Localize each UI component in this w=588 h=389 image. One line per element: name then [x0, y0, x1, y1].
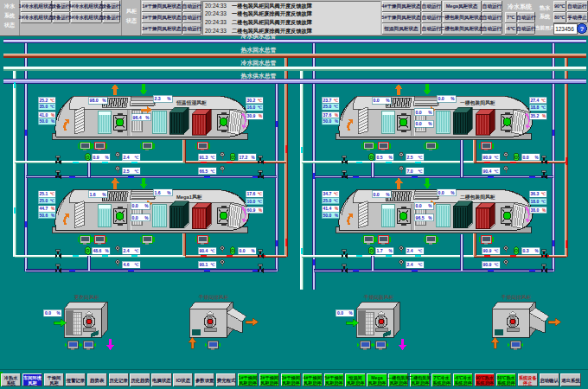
- svg-text:状态: 状态: [3, 22, 15, 29]
- svg-text:℃: ℃: [210, 169, 214, 174]
- svg-text:66.5: 66.5: [200, 169, 208, 174]
- svg-text:%: %: [335, 207, 338, 211]
- svg-text:%: %: [51, 113, 54, 118]
- svg-text:25.1: 25.1: [40, 191, 48, 196]
- svg-text:%: %: [542, 208, 546, 213]
- svg-text:4#干燥间风柜状态: 4#干燥间风柜状态: [381, 3, 421, 10]
- svg-text:系统启停: 系统启停: [475, 380, 494, 386]
- svg-text:自动运行: 自动运行: [422, 26, 442, 32]
- svg-text:50.0: 50.0: [40, 118, 48, 124]
- svg-text:℃: ℃: [258, 192, 262, 196]
- svg-text:℃: ℃: [334, 192, 338, 196]
- svg-text:35.0: 35.0: [40, 104, 48, 109]
- svg-text:%: %: [105, 249, 108, 253]
- svg-text:17.6: 17.6: [247, 191, 256, 196]
- svg-text:2#冷水机组状态: 2#冷水机组状态: [19, 15, 54, 21]
- svg-text:O: O: [231, 155, 234, 160]
- svg-text:℃: ℃: [418, 263, 422, 267]
- svg-text:0.0: 0.0: [337, 310, 343, 316]
- svg-text:℃: ℃: [541, 105, 546, 110]
- svg-text:36.3: 36.3: [531, 191, 540, 196]
- svg-text:123456: 123456: [555, 26, 574, 32]
- svg-text:O: O: [86, 155, 90, 160]
- svg-text:恒温间风柜状态: 恒温间风柜状态: [383, 26, 419, 32]
- svg-text:冷水: 冷水: [4, 3, 16, 10]
- svg-text:25.2: 25.2: [40, 98, 48, 103]
- svg-text:%: %: [348, 311, 352, 316]
- svg-text:%: %: [167, 191, 171, 195]
- svg-text:℃: ℃: [494, 156, 498, 160]
- svg-text:二楼包装间风柜: 二楼包装间风柜: [459, 194, 495, 201]
- svg-text:90.1: 90.1: [200, 262, 208, 267]
- svg-text:一楼包装间风柜状态: 一楼包装间风柜状态: [440, 15, 484, 21]
- svg-text:冷水回水总管: 冷水回水总管: [241, 60, 277, 67]
- svg-text:90℃: 90℃: [554, 3, 565, 9]
- svg-text:IO状态: IO状态: [176, 378, 191, 384]
- svg-text:7.0: 7.0: [407, 169, 413, 174]
- svg-text:Mega风柜状态: Mega风柜状态: [446, 3, 478, 10]
- svg-text:系统启停: 系统启停: [496, 380, 515, 386]
- svg-text:电脑状态: 电脑状态: [152, 378, 171, 384]
- svg-text:℃: ℃: [210, 263, 214, 267]
- svg-text:℃: ℃: [418, 249, 422, 253]
- svg-text:二楼包装间风柜状态: 二楼包装间风柜状态: [440, 26, 484, 32]
- svg-text:0.0: 0.0: [132, 203, 138, 208]
- svg-text:1#干燥间风柜状态: 1#干燥间风柜状态: [142, 3, 182, 10]
- svg-text:风柜启停: 风柜启停: [260, 380, 278, 386]
- svg-text:风柜启停: 风柜启停: [282, 380, 300, 386]
- svg-text:34.7: 34.7: [323, 191, 332, 196]
- svg-text:44.7: 44.7: [40, 206, 48, 211]
- svg-text:2.4: 2.4: [407, 262, 413, 267]
- svg-text:-6℃: -6℃: [506, 26, 515, 31]
- svg-text:1.6: 1.6: [155, 190, 161, 195]
- svg-text:冷水供水总管: 冷水供水总管: [241, 33, 277, 40]
- svg-text:60.9: 60.9: [247, 207, 256, 213]
- svg-text:系统: 系统: [5, 380, 16, 386]
- svg-text:自动运行: 自动运行: [483, 26, 502, 32]
- svg-text:状态: 状态: [125, 17, 137, 24]
- svg-text:手动停止: 手动停止: [566, 15, 587, 21]
- svg-text:38.0: 38.0: [531, 207, 540, 213]
- svg-text:自动运行: 自动运行: [422, 3, 442, 10]
- svg-text:23.7: 23.7: [323, 98, 332, 103]
- svg-text:自动运行: 自动运行: [422, 15, 442, 21]
- svg-text:℃: ℃: [334, 105, 338, 109]
- svg-text:%: %: [335, 113, 338, 118]
- svg-text:O: O: [514, 248, 518, 253]
- svg-text:风柜: 风柜: [49, 380, 59, 386]
- svg-text:%: %: [259, 208, 262, 213]
- svg-text:设备运行: 设备运行: [101, 15, 121, 21]
- svg-text:17.2: 17.2: [240, 155, 248, 160]
- svg-text:18.0: 18.0: [531, 199, 540, 204]
- svg-text:自动运行: 自动运行: [483, 15, 502, 21]
- svg-text:%: %: [534, 249, 538, 253]
- svg-text:℃: ℃: [258, 99, 262, 103]
- svg-text:%: %: [428, 111, 432, 115]
- svg-text:O: O: [86, 248, 90, 253]
- svg-text:20:24:33: 20:24:33: [205, 10, 227, 16]
- svg-text:2.4: 2.4: [124, 248, 130, 253]
- svg-text:%: %: [102, 193, 106, 197]
- svg-text:0.0: 0.0: [374, 192, 380, 197]
- svg-text:80℃: 80℃: [554, 15, 565, 20]
- svg-text:℃: ℃: [210, 156, 214, 160]
- svg-text:16.0: 16.0: [247, 105, 256, 110]
- svg-text:系统: 系统: [3, 12, 16, 19]
- svg-text:报警记录: 报警记录: [66, 378, 86, 384]
- svg-text:%: %: [542, 114, 546, 118]
- svg-text:0.0: 0.0: [438, 190, 444, 195]
- svg-text:%: %: [51, 119, 54, 124]
- svg-text:℃: ℃: [50, 105, 54, 109]
- svg-text:%: %: [251, 156, 254, 160]
- svg-text:50.0: 50.0: [323, 213, 332, 218]
- svg-text:2.3: 2.3: [155, 96, 161, 101]
- svg-text:%: %: [534, 156, 538, 160]
- svg-text:27.4: 27.4: [531, 98, 540, 103]
- svg-text:%: %: [451, 97, 455, 101]
- svg-text:系统: 系统: [539, 13, 551, 20]
- svg-text:25.0: 25.0: [323, 198, 332, 203]
- svg-text:90.9: 90.9: [483, 155, 492, 160]
- svg-text:设备运行: 设备运行: [101, 3, 121, 10]
- svg-text:二楼包装风柜回风阀开度反馈故障: 二楼包装风柜回风阀开度反馈故障: [232, 19, 313, 26]
- svg-text:%: %: [428, 122, 432, 126]
